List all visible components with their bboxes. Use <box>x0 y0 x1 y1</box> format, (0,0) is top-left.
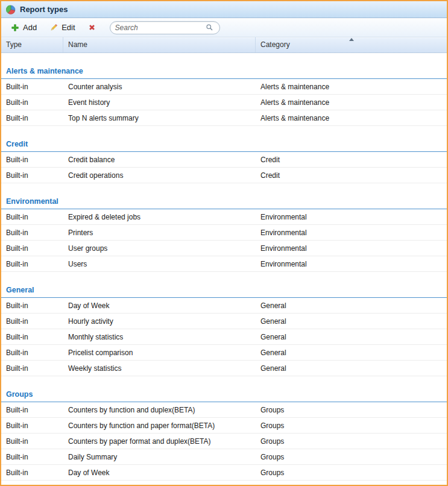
table-row[interactable]: Built-inCounters by function and paper f… <box>1 418 447 434</box>
group-label: Environmental <box>6 197 58 206</box>
cell-category: Groups <box>256 469 447 477</box>
table-row[interactable]: Built-inCredit operationsCredit <box>1 168 447 183</box>
search-box[interactable] <box>110 21 220 34</box>
sort-ascending-icon <box>349 38 354 41</box>
cell-name: Counters by function and paper format(BE… <box>63 421 256 430</box>
group-header[interactable]: Environmental <box>1 195 447 209</box>
table-row[interactable]: Built-inDay of WeekGroups <box>1 465 447 481</box>
cell-type: Built-in <box>1 469 63 477</box>
add-label: Add <box>23 23 37 32</box>
cell-category: Credit <box>256 156 447 164</box>
table-row[interactable]: Built-inDaily SummaryGroups <box>1 449 447 465</box>
table-row[interactable]: Built-inExpired & deleted jobsEnvironmen… <box>1 209 447 225</box>
delete-x-icon <box>87 23 97 33</box>
cell-category: General <box>256 333 447 341</box>
cell-type: Built-in <box>1 453 63 461</box>
cell-category: General <box>256 349 447 357</box>
search-icon[interactable] <box>205 23 215 33</box>
cell-type: Built-in <box>1 213 63 221</box>
column-header-name[interactable]: Name <box>63 37 256 52</box>
cell-category: Environmental <box>256 260 447 268</box>
cell-name: Daily Summary <box>63 453 256 461</box>
report-types-table-body: Alerts & maintenanceBuilt-inCounter anal… <box>1 53 447 485</box>
cell-type: Built-in <box>1 349 63 357</box>
table-row[interactable]: Built-inDay of WeekGeneral <box>1 298 447 314</box>
cell-category: Alerts & maintenance <box>256 114 447 122</box>
table-row[interactable]: Built-inHourly activityGeneral <box>1 314 447 329</box>
cell-category: Environmental <box>256 244 447 253</box>
cell-category: General <box>256 317 447 326</box>
pie-chart-icon <box>6 5 16 14</box>
cell-name: Counters by function and duplex(BETA) <box>63 406 256 414</box>
cell-name: User groups <box>63 244 256 253</box>
cell-name: Counters by paper format and duplex(BETA… <box>63 437 256 446</box>
group-header[interactable]: General <box>1 284 447 298</box>
cell-type: Built-in <box>1 83 63 91</box>
cell-type: Built-in <box>1 301 63 310</box>
cell-category: General <box>256 301 447 310</box>
toolbar: Add Edit <box>1 18 447 37</box>
table-row[interactable]: Built-inMonthly statisticsGeneral <box>1 329 447 345</box>
cell-name: Monthly statistics <box>63 333 256 341</box>
cell-type: Built-in <box>1 171 63 180</box>
cell-category: Credit <box>256 171 447 180</box>
table-row[interactable]: Built-inEvent historyAlerts & maintenanc… <box>1 95 447 110</box>
cell-name: Expired & deleted jobs <box>63 213 256 221</box>
table-row[interactable]: Built-inPrintersEnvironmental <box>1 225 447 241</box>
cell-type: Built-in <box>1 406 63 414</box>
cell-type: Built-in <box>1 229 63 237</box>
cell-type: Built-in <box>1 156 63 164</box>
group-label: Alerts & maintenance <box>6 67 83 75</box>
table-row[interactable]: Built-inCounters by paper format and dup… <box>1 434 447 449</box>
column-header-row: Type Name Category <box>1 37 447 53</box>
cell-type: Built-in <box>1 244 63 253</box>
column-header-type[interactable]: Type <box>1 37 63 52</box>
group-header[interactable]: Credit <box>1 138 447 152</box>
cell-type: Built-in <box>1 364 63 373</box>
table-row[interactable]: Built-inUser groupsEnvironmental <box>1 241 447 256</box>
cell-name: Event history <box>63 98 256 107</box>
cell-name: Day of Week <box>63 469 256 477</box>
cell-name: Weekly statistics <box>63 364 256 373</box>
cell-category: Groups <box>256 453 447 461</box>
cell-category: General <box>256 364 447 373</box>
add-button[interactable]: Add <box>5 21 42 35</box>
edit-pencil-icon <box>49 23 58 33</box>
cell-name: Counter analysis <box>63 83 256 91</box>
group-header[interactable]: Alerts & maintenance <box>1 65 447 79</box>
cell-type: Built-in <box>1 437 63 446</box>
cell-name: Users <box>63 260 256 268</box>
table-row[interactable]: Built-inWeekly statisticsGeneral <box>1 361 447 376</box>
table-row[interactable]: Built-inTop N alerts summaryAlerts & mai… <box>1 110 447 126</box>
edit-label: Edit <box>62 23 75 32</box>
cell-category: Environmental <box>256 229 447 237</box>
edit-button[interactable]: Edit <box>43 21 80 35</box>
table-row[interactable]: Built-inCounters by function and duplex(… <box>1 402 447 418</box>
group-label: Groups <box>6 390 33 399</box>
add-plus-icon <box>10 23 20 33</box>
group-header[interactable]: Groups <box>1 388 447 402</box>
cell-category: Environmental <box>256 213 447 221</box>
cell-name: Day of Week <box>63 301 256 310</box>
table-row[interactable]: Built-inUsersEnvironmental <box>1 256 447 272</box>
cell-type: Built-in <box>1 114 63 122</box>
column-header-category[interactable]: Category <box>256 37 447 52</box>
group-label: Credit <box>6 140 28 148</box>
cell-category: Groups <box>256 421 447 430</box>
cell-name: Pricelist comparison <box>63 349 256 357</box>
cell-type: Built-in <box>1 98 63 107</box>
cell-name: Printers <box>63 229 256 237</box>
delete-button[interactable] <box>82 21 103 35</box>
cell-type: Built-in <box>1 317 63 326</box>
search-input[interactable] <box>115 24 205 32</box>
cell-type: Built-in <box>1 333 63 341</box>
cell-name: Top N alerts summary <box>63 114 256 122</box>
cell-type: Built-in <box>1 421 63 430</box>
table-row[interactable]: Built-inCredit balanceCredit <box>1 152 447 168</box>
table-row[interactable]: Built-inCounter analysisAlerts & mainten… <box>1 79 447 95</box>
cell-type: Built-in <box>1 260 63 268</box>
cell-category: Alerts & maintenance <box>256 98 447 107</box>
titlebar: Report types <box>1 1 447 18</box>
cell-category: Groups <box>256 406 447 414</box>
table-row[interactable]: Built-inPricelist comparisonGeneral <box>1 345 447 361</box>
